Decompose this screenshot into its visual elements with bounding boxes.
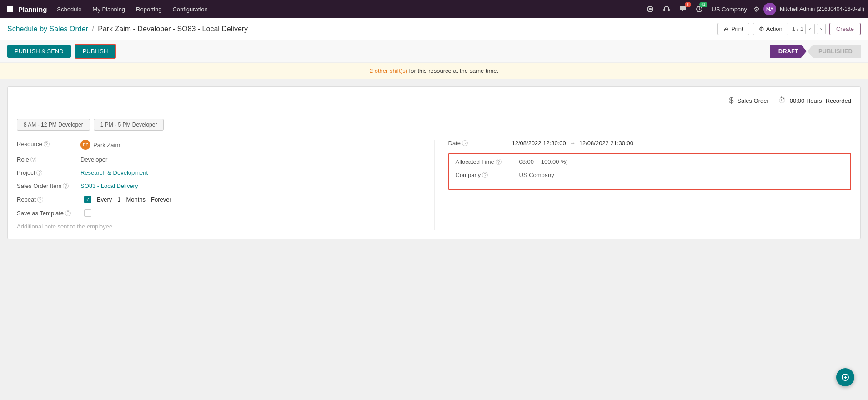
main-content: $ Sales Order ⏱ 00:00 Hours Recorded 8 A… — [0, 79, 868, 247]
action-button[interactable]: ⚙ Action — [753, 23, 788, 35]
allocated-time-field-row: Allocated Time ? 08:00 100.00 %) — [456, 158, 844, 165]
soi-help[interactable]: ? — [63, 183, 69, 189]
gear-icon: ⚙ — [759, 25, 764, 32]
shift-tabs: 8 AM - 12 PM Developer 1 PM - 5 PM Devel… — [17, 119, 851, 131]
project-value[interactable]: Research & Development — [80, 169, 148, 176]
user-avatar[interactable]: MA — [763, 3, 776, 15]
debug-icon[interactable] — [644, 3, 657, 15]
svg-rect-2 — [11, 6, 13, 8]
headset-icon[interactable] — [660, 3, 673, 15]
form-right: Date ? 12/08/2022 12:30:00 → 12/08/2022 … — [434, 140, 852, 230]
publish-button[interactable]: PUBLISH — [75, 44, 116, 59]
breadcrumb: Schedule by Sales Order / Park Zaim - De… — [7, 25, 717, 33]
resource-avatar: PZ — [80, 140, 90, 150]
settings-icon[interactable]: ⚙ — [753, 5, 760, 14]
breadcrumb-bar: Schedule by Sales Order / Park Zaim - De… — [0, 18, 868, 40]
svg-rect-6 — [7, 10, 9, 12]
dollar-icon: $ — [729, 96, 733, 106]
svg-rect-10 — [668, 9, 670, 11]
date-end: 12/08/2022 21:30:00 — [579, 140, 633, 147]
resource-field-row: Resource ? PZ Park Zaim — [17, 140, 421, 150]
company-value: US Company — [519, 172, 554, 178]
every-label: Every — [97, 196, 112, 203]
company-label: Company ? — [456, 172, 519, 178]
nav-configuration[interactable]: Configuration — [168, 4, 212, 15]
svg-rect-1 — [9, 6, 11, 8]
breadcrumb-parent[interactable]: Schedule by Sales Order — [7, 25, 88, 33]
date-help[interactable]: ? — [462, 140, 468, 146]
status-published[interactable]: PUBLISHED — [808, 45, 861, 58]
save-template-label: Save as Template ? — [17, 210, 80, 217]
resource-label: Resource ? — [17, 141, 80, 147]
role-help[interactable]: ? — [30, 157, 36, 162]
date-arrow-icon: → — [570, 140, 576, 147]
save-template-checkbox[interactable] — [84, 209, 91, 217]
app-name: Planning — [18, 5, 47, 13]
date-start: 12/08/2022 12:30:00 — [512, 140, 566, 147]
project-field-row: Project ? Research & Development — [17, 169, 421, 176]
nav-schedule[interactable]: Schedule — [52, 4, 86, 15]
sales-order-stat: $ Sales Order — [729, 96, 768, 106]
date-field-row: Date ? 12/08/2022 12:30:00 → 12/08/2022 … — [448, 140, 852, 147]
repeat-unit: Months — [126, 196, 146, 203]
highlight-box: Allocated Time ? 08:00 100.00 %) Company — [448, 153, 852, 190]
apps-icon[interactable] — [4, 3, 16, 15]
repeat-duration: Forever — [151, 196, 171, 203]
sales-order-item-field-row: Sales Order Item ? SO83 - Local Delivery — [17, 182, 421, 189]
warning-text: for this resource at the same time. — [409, 67, 499, 74]
card-top-bar: $ Sales Order ⏱ 00:00 Hours Recorded — [17, 96, 851, 111]
additional-note[interactable]: Additional note sent to the employee — [17, 223, 421, 230]
warning-highlight: 2 other shift(s) — [370, 67, 407, 74]
repeat-checkbox[interactable] — [84, 196, 91, 203]
shift-tab-afternoon[interactable]: 1 PM - 5 PM Developer — [94, 119, 164, 131]
pager: 1 / 1 ‹ › — [792, 24, 826, 34]
allocated-help[interactable]: ? — [496, 159, 502, 165]
publish-send-button[interactable]: PUBLISH & SEND — [7, 45, 71, 58]
repeat-label: Repeat ? — [17, 196, 80, 203]
template-help[interactable]: ? — [65, 210, 71, 216]
svg-rect-4 — [9, 8, 11, 10]
status-draft[interactable]: DRAFT — [770, 45, 807, 58]
shift-tab-morning[interactable]: 8 AM - 12 PM Developer — [17, 119, 90, 131]
hours-recorded-value: 00:00 Hours — [790, 97, 822, 104]
company-help[interactable]: ? — [482, 172, 488, 178]
pager-next[interactable]: › — [817, 24, 826, 34]
nav-reporting[interactable]: Reporting — [131, 4, 166, 15]
clock-icon: ⏱ — [778, 96, 786, 106]
date-label: Date ? — [448, 140, 512, 147]
form-card: $ Sales Order ⏱ 00:00 Hours Recorded 8 A… — [7, 86, 861, 239]
warning-banner: 2 other shift(s) for this resource at th… — [0, 63, 868, 79]
print-label: Print — [731, 25, 743, 32]
action-label: Action — [766, 25, 783, 32]
breadcrumb-current: Park Zaim - Developer - SO83 - Local Del… — [98, 25, 248, 33]
every-value: 1 — [117, 196, 120, 203]
recorded-label: Recorded — [826, 97, 851, 104]
svg-rect-9 — [663, 9, 665, 11]
repeat-row: Repeat ? Every 1 Months Forever — [17, 196, 421, 203]
chat-icon[interactable]: 8 — [677, 3, 689, 15]
print-button[interactable]: 🖨 Print — [717, 23, 749, 35]
company-field-row: Company ? US Company — [456, 172, 844, 178]
role-value: Developer — [80, 156, 107, 163]
create-button[interactable]: Create — [829, 23, 861, 35]
top-navigation: Planning Schedule My Planning Reporting … — [0, 0, 868, 18]
resource-help[interactable]: ? — [44, 141, 50, 147]
hours-recorded-stat: ⏱ 00:00 Hours Recorded — [778, 96, 851, 106]
allocated-time-value: 08:00 100.00 %) — [519, 158, 568, 165]
user-name[interactable]: Mitchell Admin (21680404-16-0-all) — [780, 6, 864, 12]
company-name: US Company — [712, 6, 747, 13]
chat-badge: 8 — [685, 2, 691, 7]
repeat-help[interactable]: ? — [37, 197, 43, 203]
svg-rect-5 — [11, 8, 13, 10]
activity-badge: 41 — [699, 2, 707, 7]
allocated-time-label: Allocated Time ? — [456, 158, 519, 165]
allocated-pct: 100.00 — [541, 158, 559, 165]
pager-prev[interactable]: ‹ — [805, 24, 814, 34]
svg-rect-7 — [9, 10, 11, 12]
resource-value: PZ Park Zaim — [80, 140, 120, 150]
sales-order-item-value[interactable]: SO83 - Local Delivery — [80, 182, 138, 189]
svg-rect-8 — [11, 10, 13, 12]
activity-icon[interactable]: 41 — [693, 3, 706, 15]
project-help[interactable]: ? — [36, 170, 42, 176]
nav-my-planning[interactable]: My Planning — [88, 4, 130, 15]
